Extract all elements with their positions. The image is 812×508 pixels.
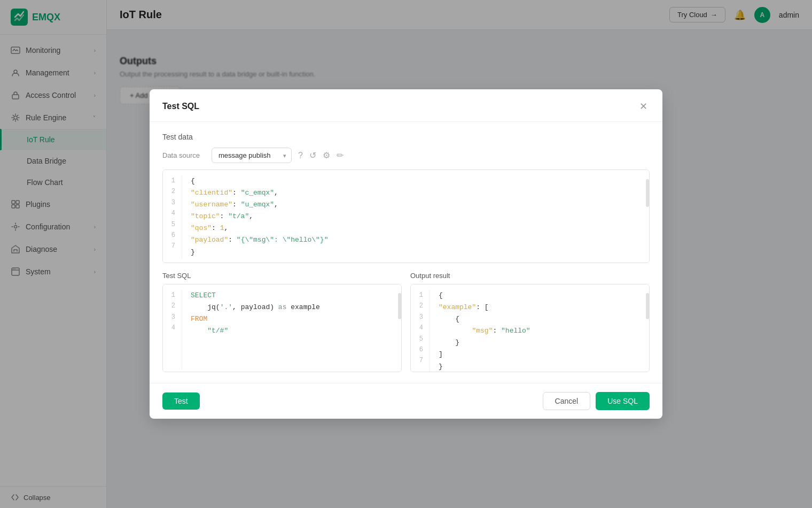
scrollbar <box>646 179 649 207</box>
modal-title: Test SQL <box>162 102 199 111</box>
modal-close-button[interactable]: ✕ <box>637 100 650 113</box>
test-data-code: { "clientid": "c_emqx", "username": "u_e… <box>182 175 649 258</box>
data-source-row: Data source message publish ? ↺ ⚙ ✏ <box>162 148 650 163</box>
sql-scrollbar <box>398 293 401 319</box>
refresh-icon[interactable]: ↺ <box>309 150 316 160</box>
output-code: { "example": [ { "msg": "hello" } ] } <box>430 290 649 372</box>
sql-panel-label: Test SQL <box>162 272 402 280</box>
toolbar-icons: ? ↺ ⚙ ✏ <box>298 150 343 160</box>
test-data-label: Test data <box>162 133 650 141</box>
data-source-select[interactable]: message publish <box>212 148 292 163</box>
sql-code: SELECT jq('.', payload) as example FROM … <box>182 290 401 370</box>
sql-panel: Test SQL 1234 SELECT jq('.', payload) as… <box>162 272 402 372</box>
sql-line-numbers: 1234 <box>163 290 182 370</box>
output-line-numbers: 1234567 <box>411 290 430 372</box>
data-source-select-wrap: message publish <box>212 148 292 163</box>
output-panel: Output result 1234567 { "example": [ { "… <box>410 272 650 372</box>
edit-icon[interactable]: ✏ <box>337 150 343 160</box>
settings-icon[interactable]: ⚙ <box>323 150 330 160</box>
cancel-button[interactable]: Cancel <box>543 392 591 410</box>
output-scrollbar <box>646 293 649 319</box>
sql-editor[interactable]: 1234 SELECT jq('.', payload) as example … <box>162 284 402 372</box>
output-editor: 1234567 { "example": [ { "msg": "hello" … <box>410 284 650 372</box>
test-data-editor[interactable]: 1234567 { "clientid": "c_emqx", "usernam… <box>162 170 650 263</box>
data-source-label: Data source <box>162 151 205 159</box>
help-icon[interactable]: ? <box>298 151 303 160</box>
output-panel-label: Output result <box>410 272 650 280</box>
test-data-line-numbers: 1234567 <box>163 175 182 258</box>
modal-header: Test SQL ✕ <box>150 89 662 122</box>
modal-footer: Test Cancel Use SQL <box>150 383 662 419</box>
use-sql-button[interactable]: Use SQL <box>596 392 650 410</box>
test-sql-modal: Test SQL ✕ Test data Data source message… <box>150 89 662 419</box>
footer-right-buttons: Cancel Use SQL <box>543 392 650 410</box>
modal-body: Test data Data source message publish ? … <box>150 122 662 383</box>
modal-overlay: Test SQL ✕ Test data Data source message… <box>0 0 812 508</box>
sql-output-row: Test SQL 1234 SELECT jq('.', payload) as… <box>162 272 650 372</box>
test-button[interactable]: Test <box>162 392 200 410</box>
